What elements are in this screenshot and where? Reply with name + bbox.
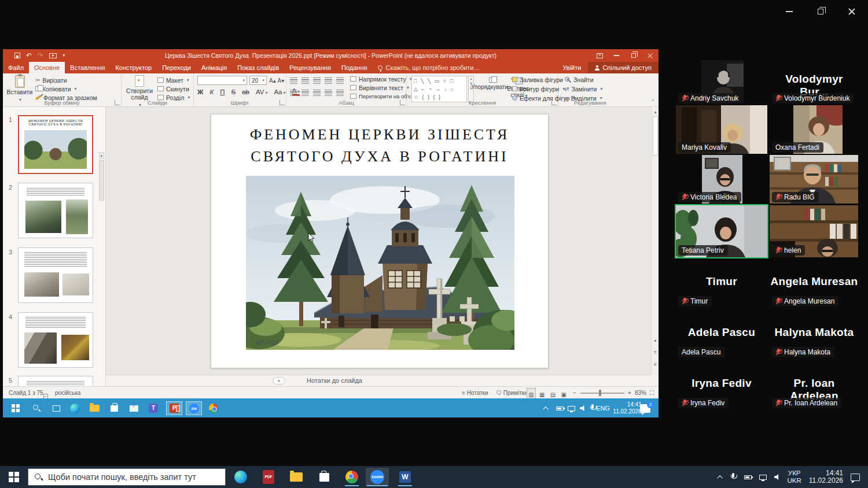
- font-dialog-launcher[interactable]: [279, 100, 285, 105]
- notes-bar[interactable]: ▾ Нотатки до слайда: [106, 375, 651, 386]
- tab-review[interactable]: Рецензування: [284, 62, 336, 73]
- line-spacing-icon[interactable]: [336, 77, 344, 84]
- mic-icon[interactable]: [730, 473, 737, 481]
- paste-button[interactable]: Вставити: [8, 75, 32, 103]
- shared-store-button[interactable]: [106, 401, 122, 415]
- qat-customize-icon[interactable]: ▾: [62, 53, 65, 58]
- thumb-scroll-up[interactable]: ▲: [99, 152, 104, 159]
- shared-chrome-button[interactable]: [205, 401, 222, 415]
- notes-splitter-icon[interactable]: ▾: [273, 377, 285, 385]
- next-slide-icon[interactable]: ⇊: [652, 360, 659, 368]
- slide-scrollbar[interactable]: ▲ ▼ ⇈ ⇊: [651, 107, 659, 375]
- bold-button[interactable]: Ж: [197, 88, 203, 95]
- host-start-button[interactable]: [0, 466, 28, 488]
- tab-design[interactable]: Конструктор: [110, 62, 157, 73]
- undo-icon[interactable]: ↶: [26, 52, 32, 59]
- tab-home[interactable]: Основне: [29, 62, 65, 73]
- scroll-up-icon[interactable]: ▲: [652, 108, 659, 116]
- shared-mail-button[interactable]: [126, 401, 142, 415]
- slide-number-indicator[interactable]: Слайд 1 з 75: [9, 387, 43, 399]
- ppt-close-button[interactable]: [642, 49, 659, 62]
- zoom-slider-track[interactable]: [580, 393, 624, 394]
- text-shadow-button[interactable]: ab: [242, 88, 249, 95]
- slide-thumbnail-5[interactable]: [18, 376, 93, 386]
- restore-button[interactable]: [809, 3, 832, 20]
- participant-cell-radu[interactable]: Radu BIG: [770, 155, 859, 204]
- change-case-button[interactable]: Aa: [274, 88, 285, 95]
- zoom-in-button[interactable]: +: [628, 387, 631, 399]
- participant-cell-timur[interactable]: Timur Timur: [676, 273, 767, 308]
- decrease-indent-icon[interactable]: [313, 77, 321, 84]
- grow-shrink-font-buttons[interactable]: А▴ А▾: [269, 76, 284, 85]
- participant-cell-oxana[interactable]: Oxana Fertadi: [770, 105, 859, 154]
- bullets-icon[interactable]: [290, 77, 297, 84]
- align-right-icon[interactable]: [313, 90, 321, 96]
- tell-me-box[interactable]: Скажіть, що потрібно зробити…: [372, 62, 486, 73]
- language-indicator[interactable]: російська: [55, 387, 80, 399]
- participant-cell-helen[interactable]: helen: [770, 205, 859, 257]
- shared-zoom-button[interactable]: zm: [186, 401, 202, 415]
- share-button[interactable]: Спільний доступ: [588, 62, 659, 73]
- numbering-icon[interactable]: [301, 77, 309, 84]
- notes-placeholder[interactable]: Нотатки до слайда: [307, 377, 362, 384]
- thumb-scrollbar[interactable]: [99, 160, 104, 201]
- slide-thumbnail-3[interactable]: [18, 247, 93, 303]
- host-edge-button[interactable]: [229, 468, 252, 486]
- ppt-minimize-button[interactable]: [608, 49, 625, 62]
- zoom-out-button[interactable]: −: [573, 387, 576, 399]
- shared-explorer-button[interactable]: [86, 401, 102, 415]
- strikethrough-button[interactable]: S: [231, 88, 236, 95]
- close-button[interactable]: [840, 3, 863, 20]
- participant-cell-tetiana[interactable]: Tetiana Petriv: [676, 205, 767, 257]
- character-spacing-button[interactable]: AV: [256, 88, 268, 95]
- shared-edge-button[interactable]: [67, 401, 83, 415]
- tab-view[interactable]: Подання: [336, 62, 372, 73]
- comments-toggle[interactable]: 🗨 Примітки: [496, 387, 528, 399]
- reset-button[interactable]: Скинути: [157, 84, 189, 93]
- action-center-icon[interactable]: [851, 474, 860, 481]
- slide-canvas[interactable]: ФЕНОМЕН ЦЕРКВИ ЗІШЕСТЯ СВЯТОГО ДУХА В РО…: [211, 114, 549, 368]
- shared-taskview-button[interactable]: [48, 401, 64, 415]
- align-left-icon[interactable]: [290, 90, 297, 96]
- zoom-percentage[interactable]: 83%: [635, 387, 646, 399]
- paragraph-dialog-launcher[interactable]: [400, 100, 405, 105]
- participant-cell-victoria[interactable]: Victoria Bledea: [676, 155, 767, 204]
- ppt-restore-button[interactable]: [625, 49, 642, 62]
- host-chrome-button[interactable]: [340, 468, 363, 486]
- participant-cell-iryna[interactable]: Iryna Fediv Iryna Fediv: [676, 375, 767, 409]
- host-explorer-button[interactable]: [285, 468, 308, 486]
- host-pdf-button[interactable]: PDF: [257, 468, 280, 486]
- shapes-gallery[interactable]: □ ╲ ╲ ▭ ○ □ △ ⌐ ¬ → ↓ ⌂ ☆ ( ) { }: [411, 76, 467, 102]
- participant-cell-andriy[interactable]: Andriy Savchuk: [676, 58, 767, 104]
- shared-language-indicator[interactable]: ENG: [594, 401, 612, 415]
- clipboard-dialog-launcher[interactable]: [115, 100, 120, 105]
- shared-teams-button[interactable]: T: [145, 401, 161, 415]
- tab-transitions[interactable]: Переходи: [157, 62, 196, 73]
- ribbon-display-options-button[interactable]: [591, 49, 608, 62]
- battery-icon[interactable]: [744, 475, 752, 479]
- tab-slideshow[interactable]: Показ слайдів: [232, 62, 284, 73]
- shared-notification-button[interactable]: 2: [637, 401, 653, 415]
- fit-to-window-icon[interactable]: ⛶: [650, 387, 654, 399]
- slide-thumbnail-1[interactable]: ФЕНОМЕН ЦЕРКВИ ЗІШЕСТЯ СВЯТОГО ДУХА В РО…: [18, 115, 93, 174]
- participant-cell-adela[interactable]: Adela Pascu Adela Pascu: [676, 324, 767, 358]
- slide-thumbnail-4[interactable]: [18, 312, 93, 368]
- increase-indent-icon[interactable]: [325, 77, 332, 84]
- speaker-icon[interactable]: [774, 474, 780, 480]
- host-store-button[interactable]: [312, 468, 336, 486]
- scrollbar-thumb[interactable]: [653, 116, 658, 156]
- host-word-button[interactable]: W: [393, 468, 417, 486]
- tab-file[interactable]: Файл: [3, 62, 29, 73]
- tab-animations[interactable]: Анімація: [196, 62, 232, 73]
- arrange-button[interactable]: Упорядкувати: [476, 75, 506, 91]
- justify-icon[interactable]: [325, 90, 332, 96]
- host-clock[interactable]: 14:41 11.02.2026: [809, 469, 843, 485]
- scroll-down-icon[interactable]: ▼: [652, 337, 659, 345]
- tab-insert[interactable]: Вставлення: [65, 62, 110, 73]
- participant-cell-mariya[interactable]: Mariya Kovaliv: [676, 105, 767, 154]
- participant-cell-halyna[interactable]: Halyna Makota Halyna Makota: [770, 324, 859, 358]
- copy-button[interactable]: Копіювати: [35, 84, 77, 93]
- drawing-dialog-launcher[interactable]: [551, 100, 557, 105]
- shared-start-button[interactable]: [8, 401, 24, 415]
- host-zoom-button[interactable]: zoom: [366, 468, 389, 486]
